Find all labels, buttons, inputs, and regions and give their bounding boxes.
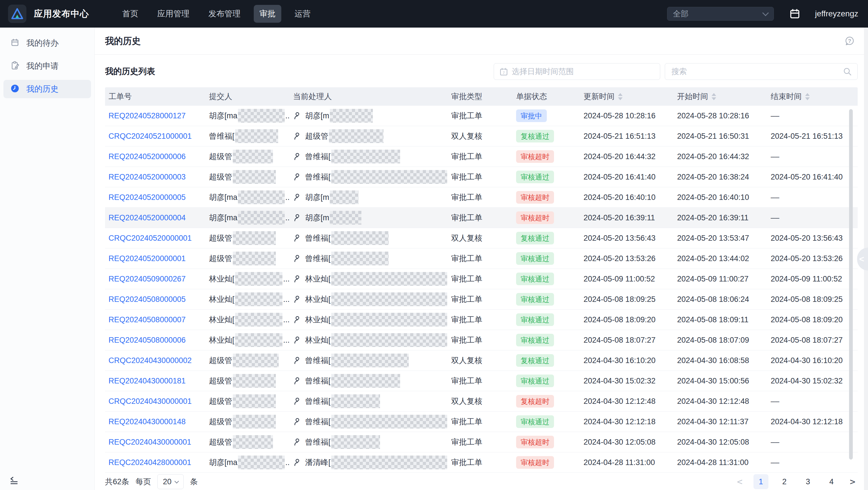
page-size-select[interactable]: 20 [157,474,184,489]
order-link[interactable]: REQ20240528000127 [108,111,186,120]
table-row[interactable]: REQ20240528000127胡彦[ma..胡彦[m审批工单审批中2024-… [105,106,858,126]
handler-text: 潘清峰[ [305,457,331,468]
column-header-1: 提交人 [206,87,290,106]
order-no-cell: REQ20240520000006 [105,146,206,167]
next-page-button[interactable]: > [848,476,858,487]
page-size-value: 20 [163,478,172,486]
status-cell: 审核通过 [513,411,580,432]
collapse-sidebar-button[interactable] [10,476,19,484]
handler-text: 曾维福[ [305,151,331,162]
order-link[interactable]: CRQC20240430000001 [108,397,192,406]
submitter-text: 林业灿[ [209,294,235,305]
order-link[interactable]: CRQC20240520000001 [108,234,192,243]
sort-icon[interactable] [618,93,623,100]
table-row[interactable]: REQ20240520000004胡彦[ma..胡彦[m审批工单审核超时2024… [105,208,858,228]
nav-item-0[interactable]: 首页 [117,5,144,23]
order-link[interactable]: REQ20240508000005 [108,295,186,304]
handler-text: 胡彦[m [305,111,329,121]
updated-time-cell: 2024-05-20 16:39:11 [580,208,674,228]
person-icon [293,213,302,222]
order-link[interactable]: REQC20240430000001 [108,438,191,446]
status-badge: 审核通过 [516,293,554,306]
redacted-text [329,129,383,143]
table-row[interactable]: CRQC20240521000001曾维福[超级管双人复核复核通过2024-05… [105,126,858,146]
status-cell: 审核通过 [513,249,580,268]
order-link[interactable]: REQ20240520000003 [108,173,186,181]
table-scrollbar-thumb[interactable] [849,109,853,460]
page-button-1[interactable]: 1 [753,474,768,489]
order-link[interactable]: REQ20240520000004 [108,213,186,222]
search-icon[interactable] [843,67,852,77]
prev-page-button[interactable]: < [735,476,745,487]
person-icon [293,295,302,304]
table-row[interactable]: REQ20240520000006超级管曾维福[审批工单审核超时2024-05-… [105,146,858,167]
submitter-cell: 超级管 [206,411,290,432]
nav-item-2[interactable]: 发布管理 [203,5,246,23]
order-no-cell: REQ20240528000127 [105,106,206,126]
redacted-text [235,272,283,286]
app-filter-select[interactable]: 全部 [667,7,774,21]
updated-time-cell: 2024-05-20 16:40:10 [580,187,674,207]
table-row[interactable]: REQ20240520000005胡彦[ma..胡彦[m审批工单审核超时2024… [105,187,858,208]
table-row[interactable]: REQ20240509000267林业灿[...林业灿[审批工单审核通过2024… [105,269,858,289]
table-row[interactable]: REQ20240508000006林业灿[...林业灿[审批工单审核通过2024… [105,330,858,350]
date-range-input[interactable] [494,63,660,80]
submitter-cell: 林业灿[... [206,269,290,289]
table-row[interactable]: REQC20240430000001超级管曾维福[审批工单审核超时2024-04… [105,432,858,452]
page-button-3[interactable]: 3 [801,474,815,489]
sidebar-item-2[interactable]: 我的历史 [3,80,91,98]
nav-item-4[interactable]: 运营 [289,5,316,23]
sidebar-item-0[interactable]: 我的待办 [3,34,91,52]
start-time-cell: 2024-04-30 12:12:48 [674,391,767,411]
redacted-text [235,333,283,347]
approval-type-cell: 审批工单 [448,167,513,187]
order-link[interactable]: CRQC20240521000001 [108,132,192,141]
username[interactable]: jeffreyzengz [815,9,858,19]
order-link[interactable]: REQ20240520000001 [108,254,186,263]
table-row[interactable]: REQ20240520000003超级管曾维福[审批工单审核通过2024-05-… [105,167,858,187]
nav-item-1[interactable]: 应用管理 [152,5,195,23]
table-row[interactable]: CRQC20240430000002超级管曾维福[双人复核复核通过2024-04… [105,350,858,371]
redacted-text [331,252,389,265]
table-row[interactable]: REQ20240430000148超级管曾维福[审批工单审核通过2024-04-… [105,411,858,432]
order-link[interactable]: REQ20240430000181 [108,377,186,385]
redacted-text [331,435,380,449]
page-button-2[interactable]: 2 [777,474,792,489]
table-row[interactable]: REQ20240508000007林业灿[...林业灿[审批工单审核通过2024… [105,310,858,330]
start-time-cell: 2024-05-20 16:44:32 [674,146,767,167]
handler-cell: 超级管 [290,126,448,146]
end-time-cell: 2024-05-08 18:09:20 [767,310,858,330]
nav-item-3[interactable]: 审批 [254,5,281,23]
redacted-text [233,170,276,184]
order-link[interactable]: REQ20240520000006 [108,152,186,161]
table-row[interactable]: REQ20240508000005林业灿[...林业灿[审批工单审核通过2024… [105,289,858,310]
table-row[interactable]: REQ20240430000181超级管曾维福[审批工单审核通过2024-04-… [105,371,858,391]
status-badge: 复核通过 [516,232,554,244]
handler-cell: 胡彦[m [290,106,448,126]
table-row[interactable]: CRQC20240430000001超级管曾维福[双人复核复核超时2024-04… [105,391,858,411]
table-row[interactable]: REQC20240428000001胡彦[ma..潘清峰[审批工单审核超时202… [105,452,858,473]
order-link[interactable]: REQ20240508000006 [108,336,186,345]
page-button-4[interactable]: 4 [824,474,839,489]
order-link[interactable]: REQC20240428000001 [108,458,191,467]
order-link[interactable]: REQ20240508000007 [108,315,186,324]
table-row[interactable]: CRQC20240520000001超级管曾维福[双人复核复核通过2024-05… [105,228,858,249]
sort-icon[interactable] [805,93,810,100]
updated-time-cell: 2024-05-08 18:09:25 [580,289,674,309]
order-link[interactable]: REQ20240430000148 [108,417,186,426]
sort-icon[interactable] [712,93,716,100]
table-row[interactable]: REQ20240520000001超级管曾维福[审批工单审核通过2024-05-… [105,249,858,269]
order-link[interactable]: CRQC20240430000002 [108,356,192,365]
order-link[interactable]: REQ20240509000267 [108,275,186,284]
calendar-button[interactable] [789,8,801,20]
sidebar: 我的待办我的申请我的历史 [0,28,95,490]
approval-type-cell: 审批工单 [448,330,513,350]
chevron-left-icon: < [859,254,864,264]
end-time-cell: 2024-05-08 18:09:25 [767,289,858,309]
order-no-cell: REQ20240520000004 [105,208,206,228]
sidebar-item-1[interactable]: 我的申请 [3,57,91,75]
search-input[interactable] [665,63,858,80]
start-time-cell: 2024-05-09 11:00:27 [674,269,767,289]
help-icon[interactable]: ? [844,35,856,47]
order-link[interactable]: REQ20240520000005 [108,193,186,202]
